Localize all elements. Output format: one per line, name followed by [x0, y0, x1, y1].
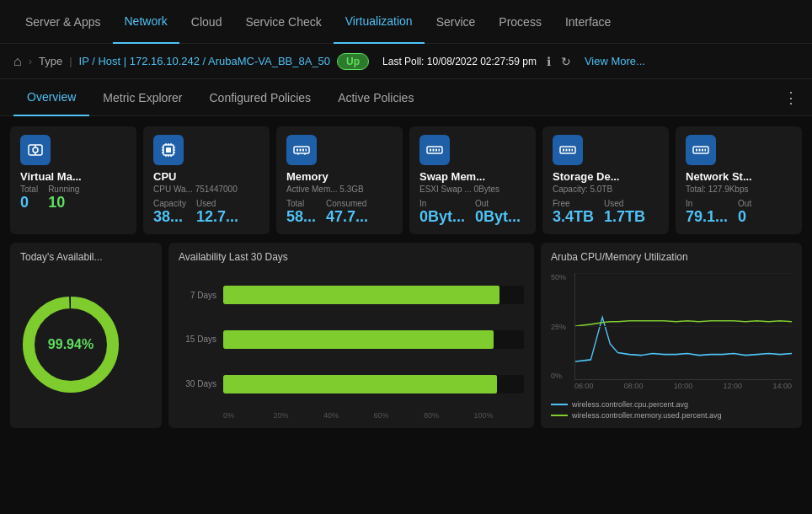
more-options-icon[interactable]: ⋮ — [783, 88, 799, 107]
net-storage-title: Network St... — [686, 170, 792, 183]
cpu-line — [575, 318, 792, 362]
storage-free-label: Free — [553, 199, 594, 208]
axis-80: 80% — [424, 411, 474, 420]
svg-rect-28 — [435, 149, 437, 152]
nav-interface[interactable]: Interface — [553, 0, 622, 44]
svg-rect-38 — [702, 149, 703, 152]
nav-service[interactable]: Service — [425, 0, 488, 44]
nav-service-check[interactable]: Service Check — [233, 0, 333, 44]
availability-today-title: Today's Availabil... — [20, 251, 102, 263]
nav-process[interactable]: Process — [487, 0, 553, 44]
x-0600: 06:00 — [574, 382, 594, 397]
vm-running-label: Running — [48, 185, 79, 194]
svg-rect-5 — [166, 147, 171, 153]
swap-in-label: In — [419, 199, 465, 208]
grid-line-top — [575, 273, 792, 274]
legend-cpu-line — [551, 404, 568, 405]
storage-title: Storage De... — [553, 170, 659, 183]
donut-chart: 99.94% — [20, 270, 121, 420]
bar-row-30days: 30 Days — [179, 375, 524, 394]
breadcrumb-separator2: | — [69, 55, 72, 67]
tab-overview[interactable]: Overview — [13, 79, 89, 116]
tab-configured-policies[interactable]: Configured Policies — [196, 79, 325, 116]
top-navigation: Server & Apps Network Cloud Service Chec… — [0, 0, 812, 44]
legend-memory-line — [551, 415, 568, 416]
svg-rect-32 — [566, 149, 568, 152]
svg-rect-36 — [696, 149, 697, 152]
chart-area — [574, 273, 792, 380]
bar-15-fill — [223, 330, 494, 349]
storage-used-label: Used — [604, 199, 645, 208]
svg-point-1 — [33, 147, 38, 153]
svg-rect-21 — [302, 149, 304, 152]
breadcrumb-type: Type — [39, 55, 62, 67]
swap-in-value: 0Byt... — [419, 208, 465, 226]
availability-30-panel: Availability Last 30 Days 7 Days 15 Days… — [168, 243, 534, 428]
svg-rect-27 — [433, 149, 435, 152]
memory-icon — [286, 135, 317, 165]
mem-total-label: Total — [286, 199, 316, 208]
storage-icon — [553, 135, 583, 165]
cpu-title: CPU — [153, 170, 259, 183]
svg-rect-25 — [427, 147, 442, 153]
card-memory: Memory Active Mem... 5.3GB Total 58... C… — [276, 126, 403, 234]
net-in-value: 79.1... — [686, 208, 728, 226]
net-storage-subtitle: Total: 127.9Kbps — [686, 185, 792, 194]
cpu-values: Capacity 38... Used 12.7... — [153, 199, 259, 226]
axis-60: 60% — [374, 411, 425, 420]
nav-server-apps[interactable]: Server & Apps — [13, 0, 113, 44]
mem-total-value: 58... — [286, 208, 316, 226]
home-icon[interactable]: ⌂ — [13, 54, 22, 69]
bar-30-fill — [223, 375, 497, 394]
refresh-icon[interactable]: ↻ — [561, 55, 571, 68]
nav-network[interactable]: Network — [113, 0, 179, 44]
status-badge: Up — [337, 53, 369, 70]
x-0800: 08:00 — [624, 382, 644, 397]
memory-values: Total 58... Consumed 47.7... — [286, 199, 393, 226]
svg-rect-37 — [699, 149, 701, 152]
y-0: 0% — [551, 372, 566, 380]
cpu-subtitle: CPU Wa... 751447000 — [153, 185, 259, 194]
metric-cards-row: Virtual Ma... Total 0 Running 10 — [10, 126, 802, 234]
net-out-value: 0 — [738, 208, 751, 226]
mem-consumed-value: 47.7... — [326, 208, 368, 226]
bottom-row: Today's Availabil... 99.94% Availability… — [10, 243, 802, 428]
x-1400: 14:00 — [772, 382, 792, 397]
breadcrumb-separator: › — [29, 55, 32, 67]
storage-used-value: 1.7TB — [604, 208, 645, 226]
nav-virtualization[interactable]: Virtualization — [334, 0, 425, 44]
bar-30-label: 30 Days — [179, 379, 216, 388]
tab-active-policies[interactable]: Active Policies — [324, 79, 427, 116]
vm-total-label: Total — [20, 185, 38, 194]
swap-title: Swap Mem... — [419, 170, 526, 183]
y-axis-labels: 50% 25% 0% — [551, 273, 569, 380]
swap-memory-icon — [419, 135, 450, 165]
nav-cloud[interactable]: Cloud — [179, 0, 234, 44]
availability-30-title: Availability Last 30 Days — [179, 251, 524, 263]
grid-line-mid — [575, 326, 792, 327]
net-storage-values: In 79.1... Out 0 — [686, 199, 792, 226]
sub-navigation: Overview Metric Explorer Configured Poli… — [0, 79, 812, 116]
view-more-link[interactable]: View More... — [585, 55, 645, 67]
cpu-used-value: 12.7... — [196, 208, 238, 226]
info-icon[interactable]: ℹ — [547, 55, 551, 68]
cpu-used-label: Used — [196, 199, 238, 208]
virtual-machine-title: Virtual Ma... — [20, 170, 126, 183]
availability-today-panel: Today's Availabil... 99.94% — [10, 243, 162, 428]
donut-percent-label: 99.94% — [48, 337, 93, 352]
legend-memory: wireless.controller.memory.used.percent.… — [551, 411, 792, 420]
bar-row-7days: 7 Days — [179, 286, 524, 304]
svg-rect-20 — [300, 149, 302, 152]
chart-legend: wireless.controller.cpu.percent.avg wire… — [551, 400, 792, 420]
swap-values: In 0Byt... Out 0Byt... — [419, 199, 526, 226]
bar-axis: 0% 20% 40% 60% 80% 100% — [179, 411, 524, 420]
tab-metric-explorer[interactable]: Metric Explorer — [89, 79, 195, 116]
cpu-memory-title: Aruba CPU/Memory Utilization — [551, 251, 792, 263]
y-25: 25% — [551, 323, 566, 331]
svg-rect-35 — [693, 147, 708, 153]
card-cpu: CPU CPU Wa... 751447000 Capacity 38... U… — [143, 126, 270, 234]
net-out-label: Out — [738, 199, 751, 208]
y-50: 50% — [551, 273, 566, 281]
svg-rect-18 — [294, 147, 309, 153]
memory-subtitle: Active Mem... 5.3GB — [286, 185, 393, 194]
